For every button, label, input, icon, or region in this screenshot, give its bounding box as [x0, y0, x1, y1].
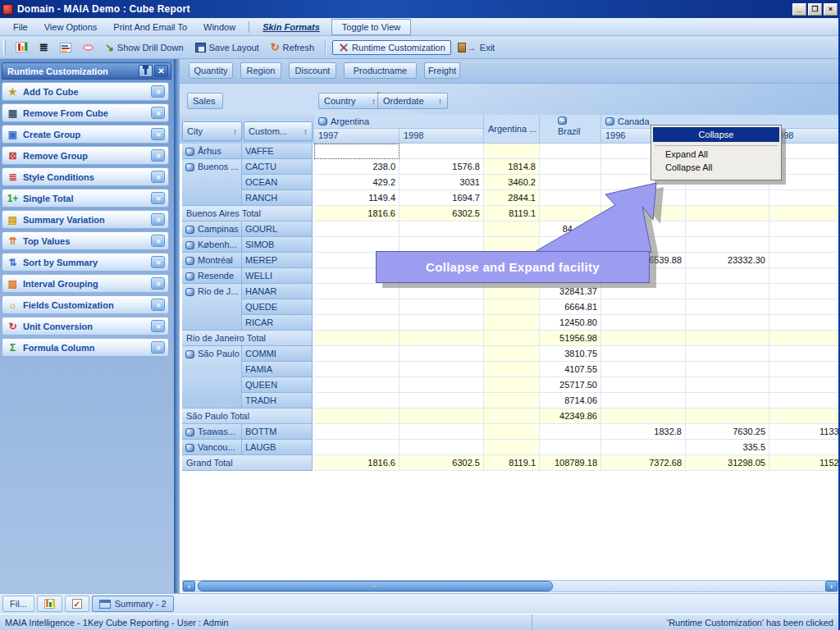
- row-header-customer[interactable]: BOTTM: [242, 424, 313, 440]
- chevron-down-icon[interactable]: »: [151, 256, 165, 268]
- data-cell[interactable]: 51956.98: [540, 331, 601, 346]
- data-cell[interactable]: [769, 190, 840, 206]
- data-cell[interactable]: [601, 315, 686, 331]
- data-cell[interactable]: 4107.55: [540, 362, 601, 377]
- sidebar-item-summary-variation[interactable]: ▤Summary Variation»: [2, 210, 169, 229]
- data-cell[interactable]: [314, 440, 399, 455]
- save-layout-button[interactable]: Save Layout: [190, 41, 264, 54]
- panel-splitter[interactable]: [174, 59, 180, 593]
- data-cell[interactable]: [399, 331, 484, 346]
- chevron-down-icon[interactable]: »: [151, 235, 165, 247]
- data-cell[interactable]: [314, 331, 399, 346]
- tab-summary-2[interactable]: Summary - 2: [92, 596, 174, 612]
- collapse-group-icon[interactable]: [185, 444, 194, 452]
- row-header-city[interactable]: Resende: [182, 268, 242, 284]
- context-menu-item-expand-all[interactable]: Expand All: [653, 148, 779, 161]
- data-cell[interactable]: [601, 377, 686, 393]
- data-cell[interactable]: [540, 144, 601, 159]
- report-view-button[interactable]: [11, 40, 33, 54]
- data-cell[interactable]: [399, 377, 484, 393]
- data-cell[interactable]: 11525.5: [769, 455, 840, 471]
- data-cell[interactable]: [769, 237, 840, 253]
- sidebar-close-icon[interactable]: ✕: [154, 65, 168, 77]
- column-argentina-total[interactable]: Argentina ...: [484, 115, 540, 144]
- data-cell[interactable]: 1694.7: [399, 190, 484, 206]
- data-cell[interactable]: [686, 206, 769, 221]
- measure-field-sales[interactable]: Sales: [187, 93, 223, 109]
- data-cell[interactable]: 18: [769, 440, 840, 455]
- data-cell[interactable]: 6664.81: [540, 299, 601, 315]
- runtime-customization-button[interactable]: Runtime Customization: [332, 40, 451, 55]
- row-header-customer[interactable]: SIMOB: [242, 237, 313, 253]
- data-cell[interactable]: 1832.8: [601, 424, 686, 440]
- data-cell[interactable]: 3031: [399, 175, 484, 190]
- data-cell[interactable]: [769, 268, 840, 284]
- chevron-down-icon[interactable]: »: [151, 299, 165, 311]
- data-cell[interactable]: [399, 299, 484, 315]
- data-cell[interactable]: 12450.80: [540, 315, 601, 331]
- data-cell[interactable]: [601, 206, 686, 221]
- field-list-button[interactable]: ≣: [34, 41, 53, 54]
- minimize-button[interactable]: _: [792, 3, 806, 16]
- data-cell[interactable]: [484, 377, 540, 393]
- data-cell[interactable]: [540, 206, 601, 221]
- data-cell[interactable]: [769, 253, 840, 268]
- data-cell[interactable]: 23332.30: [686, 253, 769, 268]
- chevron-down-icon[interactable]: »: [151, 128, 165, 140]
- data-cell[interactable]: [314, 377, 399, 393]
- data-cell[interactable]: 1149.4: [314, 190, 399, 206]
- exit-button[interactable]: → Exit: [453, 41, 500, 54]
- data-cell[interactable]: 6302.5: [399, 455, 484, 471]
- menu-item-window[interactable]: Window: [195, 20, 244, 34]
- data-cell[interactable]: 1814.8: [484, 159, 540, 175]
- scrollbar-thumb[interactable]: ⋯: [198, 581, 553, 591]
- sidebar-item-fields-customization[interactable]: ☼Fields Customization»: [2, 295, 169, 314]
- data-cell[interactable]: 1576.8: [399, 159, 484, 175]
- data-cell[interactable]: [484, 331, 540, 346]
- chevron-down-icon[interactable]: »: [151, 85, 165, 98]
- row-header-city[interactable]: Århus: [182, 144, 242, 159]
- data-cell[interactable]: 84: [540, 221, 601, 237]
- data-cell[interactable]: [314, 346, 399, 362]
- sidebar-item-unit-conversion[interactable]: ↻Unit Conversion»: [2, 317, 169, 336]
- data-cell[interactable]: [686, 409, 769, 424]
- data-cell[interactable]: [769, 377, 840, 393]
- data-cell[interactable]: 25717.50: [540, 377, 601, 393]
- data-cell[interactable]: [769, 315, 840, 331]
- data-cell[interactable]: [686, 315, 769, 331]
- data-cell[interactable]: 1816.6: [314, 455, 399, 471]
- data-cell[interactable]: [540, 424, 601, 440]
- year-header-argentina-1998[interactable]: 1998: [399, 129, 484, 144]
- menu-item-print-and-email-to[interactable]: Print And Email To: [105, 20, 195, 34]
- data-cell[interactable]: [769, 409, 840, 424]
- row-field-city[interactable]: City ↑: [182, 121, 242, 141]
- data-cell[interactable]: [484, 144, 540, 159]
- row-header-customer[interactable]: TRADH: [242, 393, 313, 409]
- collapse-group-icon[interactable]: [185, 350, 194, 358]
- chevron-down-icon[interactable]: »: [151, 171, 165, 183]
- data-cell[interactable]: [769, 346, 840, 362]
- data-cell[interactable]: [484, 424, 540, 440]
- data-cell[interactable]: 6302.5: [399, 206, 484, 221]
- chevron-down-icon[interactable]: »: [151, 341, 165, 354]
- data-cell[interactable]: [686, 346, 769, 362]
- data-cell[interactable]: [769, 299, 840, 315]
- sidebar-item-style-conditions[interactable]: ≣Style Conditions»: [2, 167, 169, 186]
- context-menu-item-collapse-all[interactable]: Collapse All: [653, 161, 779, 174]
- restore-button[interactable]: ❐: [808, 3, 822, 16]
- data-cell[interactable]: [686, 284, 769, 299]
- data-cell[interactable]: 11338.5: [769, 424, 840, 440]
- data-cell[interactable]: [686, 268, 769, 284]
- data-cell[interactable]: [399, 315, 484, 331]
- data-cell[interactable]: [601, 440, 686, 455]
- data-cell[interactable]: 32841.37: [540, 284, 601, 299]
- tab-filter[interactable]: Fil...: [2, 596, 34, 612]
- data-cell[interactable]: [484, 299, 540, 315]
- collapse-group-icon[interactable]: [185, 241, 194, 249]
- data-cell[interactable]: [769, 331, 840, 346]
- data-cell[interactable]: [769, 284, 840, 299]
- data-cell[interactable]: [399, 409, 484, 424]
- chevron-down-icon[interactable]: »: [151, 213, 165, 226]
- data-cell[interactable]: [686, 377, 769, 393]
- data-cell[interactable]: 108789.18: [540, 455, 601, 471]
